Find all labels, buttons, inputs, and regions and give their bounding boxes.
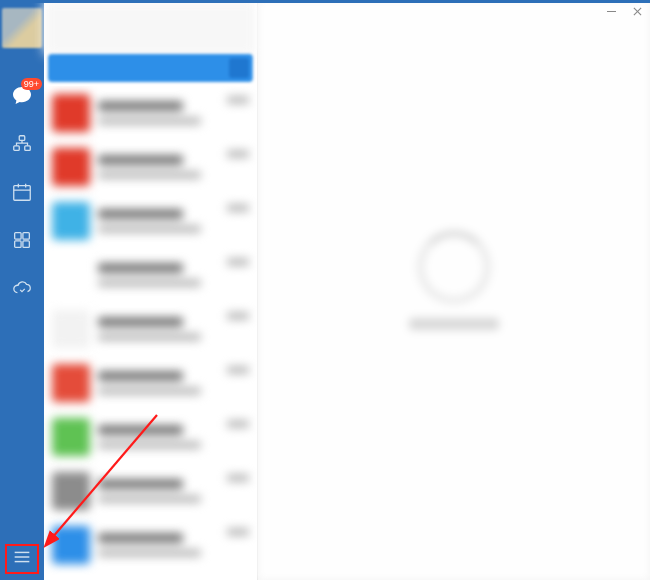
conversation-avatar xyxy=(52,256,90,294)
conversation-item[interactable] xyxy=(44,464,257,518)
conversation-avatar xyxy=(52,148,90,186)
loading-spinner-icon xyxy=(417,230,491,304)
svg-rect-9 xyxy=(23,241,29,247)
nav-org[interactable] xyxy=(8,130,36,158)
conversation-text xyxy=(98,479,219,503)
svg-rect-8 xyxy=(15,241,21,247)
conversation-item[interactable] xyxy=(44,302,257,356)
conversation-time xyxy=(227,150,249,158)
conversation-avatar xyxy=(52,472,90,510)
conversation-text xyxy=(98,263,219,287)
conversation-item[interactable] xyxy=(44,140,257,194)
conversation-item[interactable] xyxy=(44,410,257,464)
conversation-avatar xyxy=(52,202,90,240)
conversation-text xyxy=(98,533,219,557)
conversation-avatar xyxy=(52,418,90,456)
conversation-avatar xyxy=(52,94,90,132)
title-bar-accent xyxy=(0,0,650,3)
conversation-time xyxy=(227,474,249,482)
selected-conversation[interactable] xyxy=(48,54,253,82)
conversation-item[interactable] xyxy=(44,194,257,248)
conversation-scroll[interactable] xyxy=(44,86,257,580)
svg-rect-7 xyxy=(23,233,29,239)
conversation-text xyxy=(98,317,219,341)
conversation-list xyxy=(44,0,258,580)
conversation-time xyxy=(227,528,249,536)
conversation-time xyxy=(227,420,249,428)
conversation-text xyxy=(98,425,219,449)
conversation-time xyxy=(227,312,249,320)
sidebar: 99+ xyxy=(0,0,44,580)
menu-button[interactable] xyxy=(7,542,37,572)
conversation-item[interactable] xyxy=(44,248,257,302)
conversation-time xyxy=(227,96,249,104)
conversation-text xyxy=(98,155,219,179)
nav-cloud[interactable] xyxy=(8,274,36,302)
main-content xyxy=(258,0,650,580)
svg-rect-4 xyxy=(25,146,31,151)
close-button[interactable] xyxy=(630,4,644,18)
list-header xyxy=(44,0,257,54)
conversation-item[interactable] xyxy=(44,86,257,140)
conversation-text xyxy=(98,209,219,233)
nav-apps[interactable] xyxy=(8,226,36,254)
conversation-avatar xyxy=(52,526,90,564)
avatar[interactable] xyxy=(2,8,42,48)
conversation-item[interactable] xyxy=(44,518,257,572)
search-icon[interactable] xyxy=(229,58,249,78)
window-controls xyxy=(604,4,644,18)
conversation-avatar xyxy=(52,310,90,348)
conversation-text xyxy=(98,371,219,395)
svg-rect-2 xyxy=(19,136,25,141)
svg-rect-5 xyxy=(14,186,31,201)
conversation-text xyxy=(98,101,219,125)
loading-text xyxy=(409,318,499,330)
nav-chat[interactable]: 99+ xyxy=(8,82,36,110)
unread-badge: 99+ xyxy=(21,78,42,90)
conversation-item[interactable] xyxy=(44,356,257,410)
conversation-time xyxy=(227,258,249,266)
svg-rect-3 xyxy=(14,146,20,151)
conversation-time xyxy=(227,204,249,212)
svg-rect-6 xyxy=(15,233,21,239)
nav-calendar[interactable] xyxy=(8,178,36,206)
conversation-time xyxy=(227,366,249,374)
app-window: 99+ xyxy=(0,0,650,580)
conversation-avatar xyxy=(52,364,90,402)
minimize-button[interactable] xyxy=(604,4,618,18)
